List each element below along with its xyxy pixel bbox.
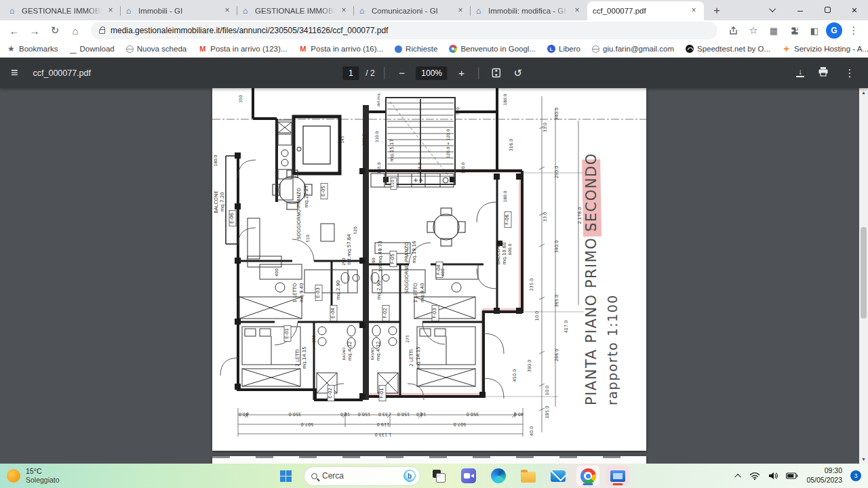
bookmark-label: Libero [559,45,580,53]
scroll-up-arrow[interactable]: ▲ [859,88,868,97]
edge-button[interactable] [487,466,510,486]
tab-0[interactable]: ⌂GESTIONALE IMMOBILIARE× [4,1,121,20]
print-icon[interactable] [818,66,829,79]
svg-text:BALCONE: BALCONE [214,190,219,214]
minimize-button[interactable]: – [787,0,814,20]
tab-3[interactable]: ⌂Comunicazioni - GI× [354,1,471,20]
remote-desktop-button[interactable] [606,466,629,486]
svg-text:F-01: F-01 [379,388,384,398]
page-total-label: / 2 [366,68,374,78]
bookmark-10[interactable]: Servizio Hosting - A... [782,45,868,54]
tab-5[interactable]: ccf_000077.pdf× [587,1,704,20]
scrollbar-thumb[interactable] [861,227,867,319]
bookmark-8[interactable]: giu.farin@gmail.com [592,45,674,53]
bookmark-5[interactable]: Richieste [395,45,437,53]
download-bookmark-icon [70,45,77,54]
tab-search-button[interactable] [760,0,787,20]
svg-text:180.0: 180.0 [502,94,507,105]
new-tab-button[interactable]: + [708,2,726,20]
blue-bookmark-icon [395,45,402,53]
system-tray: 09:30 05/05/2023 3 [736,466,868,485]
tab-2[interactable]: ⌂GESTIONALE IMMOBILIARE× [237,1,354,20]
profile-avatar[interactable]: G [826,22,842,39]
rotate-button[interactable]: ↺ [511,66,526,81]
zoom-in-button[interactable]: + [454,66,469,81]
tab-4[interactable]: ⌂Immobili: modifica - GI× [471,1,587,20]
apps-grid-icon[interactable]: ▦ [765,22,783,39]
bookmark-2[interactable]: Nuova scheda [126,45,187,53]
windows-logo-icon [280,470,292,482]
bookmark-7[interactable]: LLibero [547,45,580,53]
tab-close-icon[interactable]: × [339,6,349,16]
home-button[interactable]: ⌂ [66,22,84,39]
teams-chat-button[interactable] [457,466,480,486]
pdf-menu-icon[interactable]: ≡ [11,66,18,80]
svg-text:507.0: 507.0 [301,422,314,427]
wifi-icon[interactable] [749,472,760,480]
pdf-more-options-icon[interactable]: ⋮ [842,66,857,81]
svg-text:520: 520 [353,226,357,235]
svg-text:E-01: E-01 [284,328,290,339]
svg-text:33.0: 33.0 [378,411,388,417]
svg-text:2 LETTI: 2 LETTI [295,349,300,367]
task-view-button[interactable] [427,466,450,486]
bing-chat-icon[interactable]: b [403,470,416,482]
zoom-level[interactable]: 100% [416,66,448,80]
tab-close-icon[interactable]: × [572,6,582,16]
svg-text:600.0: 600.0 [507,243,512,255]
viewer-scrollbar[interactable]: ▲ ▼ [859,88,868,464]
bookmark-4[interactable]: Posta in arrivo (16)... [298,45,383,54]
url-text[interactable]: media.gestionaleimmobiliare.it/files/ann… [111,26,388,35]
fit-page-button[interactable] [489,66,504,81]
bookmark-9[interactable]: Speedtest.net by O... [686,45,770,53]
svg-text:400: 400 [440,268,445,277]
sun-weather-icon [7,469,20,483]
scroll-down-arrow[interactable]: ▼ [859,455,868,464]
svg-text:F-03: F-03 [432,308,437,318]
toolbar-divider [384,67,385,79]
bookmark-star-icon[interactable]: ☆ [745,22,762,39]
tab-close-icon[interactable]: × [106,6,115,16]
svg-text:145: 145 [340,136,344,144]
svg-text:250.0: 250.0 [554,166,559,179]
tab-close-icon[interactable]: × [689,6,698,16]
mail-button[interactable] [547,466,570,486]
zoom-out-button[interactable]: − [395,66,410,81]
elevator-core [294,117,340,174]
svg-text:E-04: E-04 [330,308,336,319]
svg-text:2.178.0: 2.178.0 [577,207,583,224]
back-button[interactable]: ← [5,22,23,39]
close-button[interactable]: × [841,0,868,20]
maximize-button[interactable] [814,0,841,20]
address-bar[interactable]: media.gestionaleimmobiliare.it/files/ann… [91,22,717,39]
svg-text:mq.10.80: mq.10.80 [502,242,507,265]
battery-icon[interactable] [786,472,798,479]
page-number-input[interactable]: 1 [342,66,359,80]
taskbar-search[interactable]: Cerca b [304,466,420,486]
bookmark-6[interactable]: Benvenuto in Googl... [449,45,536,53]
notification-badge[interactable]: 3 [850,470,861,481]
tab-1[interactable]: ⌂Immobili - GI× [121,1,237,20]
taskbar-clock[interactable]: 09:30 05/05/2023 [806,466,842,485]
browser-menu-icon[interactable]: ⋮ [845,22,863,39]
svg-text:350.0: 350.0 [289,411,302,417]
svg-text:275: 275 [405,335,410,343]
share-icon[interactable] [724,22,742,39]
file-explorer-button[interactable] [517,466,540,486]
reload-button[interactable]: ↻ [46,22,64,39]
bookmark-3[interactable]: Posta in arrivo (123)... [198,45,287,54]
taskbar-weather-widget[interactable]: 15°C Soleggiato [0,467,136,485]
chrome-button[interactable] [576,466,599,486]
tab-close-icon[interactable]: × [222,6,232,16]
hidden-icons-chevron[interactable] [736,474,741,479]
tab-close-icon[interactable]: × [456,6,465,16]
forward-button[interactable]: → [26,22,43,39]
download-icon[interactable]: ↓ [796,68,804,77]
volume-icon[interactable] [768,472,778,480]
side-panel-icon[interactable]: ◧ [806,22,823,39]
pdf-page-controls: 1 / 2 − 100% + ↺ [342,66,525,81]
start-button[interactable] [274,466,297,486]
extensions-puzzle-icon[interactable] [785,22,803,39]
bookmark-0[interactable]: Bookmarks [7,45,58,54]
bookmark-1[interactable]: Download [70,45,115,54]
